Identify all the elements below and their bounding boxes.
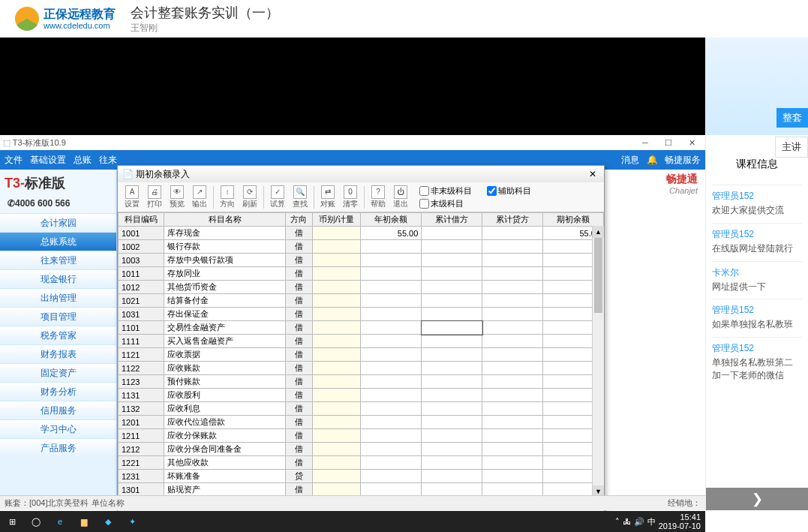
dialog-title: 期初余额录入 xyxy=(136,169,190,179)
sidebar-item-1[interactable]: 总账系统 xyxy=(0,232,116,251)
toolbar-输出[interactable]: ↗输出 xyxy=(188,185,211,209)
col-header[interactable]: 币别/计量 xyxy=(312,213,361,227)
table-row[interactable]: 1132应收利息借 xyxy=(119,402,604,416)
balance-grid[interactable]: 科目编码科目名称方向币别/计量年初余额累计借方累计贷方期初余额 1001库存现金… xyxy=(118,212,604,497)
table-row[interactable]: 1123预付账款借 xyxy=(119,375,604,389)
site-logo[interactable]: 正保远程教育 www.cdeledu.com xyxy=(15,7,116,31)
menu-service[interactable]: 畅捷服务 xyxy=(665,155,701,165)
taskbar-clock[interactable]: 15:41 2019-07-10 xyxy=(659,512,701,530)
taskbar-search-icon[interactable]: ◯ xyxy=(24,511,48,532)
app-icon: ⬚ xyxy=(3,138,11,147)
toolbar-方向[interactable]: ↕方向 xyxy=(216,185,239,209)
menu-1[interactable]: 基础设置 xyxy=(30,155,66,165)
windows-taskbar[interactable]: ⊞ ◯ e ▆ ◆ ✦ ˄ 🖧 🔊 中 15:41 2019-07-10 xyxy=(0,511,705,532)
sidebar-item-3[interactable]: 现金银行 xyxy=(0,269,116,288)
close-button[interactable]: ✕ xyxy=(681,138,702,148)
tray-up-icon[interactable]: ˄ xyxy=(615,517,620,527)
sidebar-item-7[interactable]: 财务报表 xyxy=(0,344,116,363)
menu-message[interactable]: 消息 xyxy=(621,155,639,165)
sidebar-item-8[interactable]: 固定资产 xyxy=(0,363,116,382)
sidebar-item-5[interactable]: 项目管理 xyxy=(0,307,116,326)
minimize-button[interactable]: ─ xyxy=(635,138,656,147)
table-row[interactable]: 1001库存现金借55.0055.00 xyxy=(119,227,604,240)
check-aux[interactable]: 辅助科目 xyxy=(487,185,531,197)
chat-user: 卡米尔 xyxy=(712,266,802,279)
toolbar-打印[interactable]: 🖨打印 xyxy=(143,185,166,209)
sidebar-logo: T3-标准版 xyxy=(0,170,116,197)
sidebar-item-4[interactable]: 出纳管理 xyxy=(0,288,116,307)
tool-icon[interactable]: ✦ xyxy=(120,511,144,532)
table-row[interactable]: 1201应收代位追偿款借 xyxy=(119,416,604,429)
toolbar-刷新[interactable]: ⟳刷新 xyxy=(239,185,261,209)
dialog-titlebar[interactable]: 📄 期初余额录入 ✕ xyxy=(118,166,604,182)
table-row[interactable]: 1231坏账准备贷 xyxy=(119,470,604,483)
check-nonleaf[interactable]: 非末级科目 xyxy=(419,185,472,197)
balance-dialog: 📄 期初余额录入 ✕ A设置🖨打印👁预览↗输出↕方向⟳刷新✓试算🔍查找⇄对账0清… xyxy=(117,165,605,524)
toolbar-对账[interactable]: ⇄对账 xyxy=(317,185,339,209)
table-row[interactable]: 1131应收股利借 xyxy=(119,389,604,402)
toolbar-设置[interactable]: A设置 xyxy=(121,185,143,209)
table-row[interactable]: 1301贴现资产借 xyxy=(119,483,604,497)
table-row[interactable]: 1111买入返售金融资产借 xyxy=(119,335,604,348)
col-header[interactable]: 期初余额 xyxy=(543,213,604,227)
sidebar-item-10[interactable]: 信用服务 xyxy=(0,401,116,419)
toolbar-帮助[interactable]: ?帮助 xyxy=(367,185,389,209)
table-row[interactable]: 1011存放同业借 xyxy=(119,267,604,281)
site-header: 正保远程教育 www.cdeledu.com 会计整套账务实训（一） 王智刚 xyxy=(0,0,808,38)
menu-3[interactable]: 往来 xyxy=(99,155,117,165)
right-tab-2[interactable]: 主讲 xyxy=(775,137,808,158)
col-header[interactable]: 科目编码 xyxy=(119,213,164,227)
table-row[interactable]: 1012其他货币资金借 xyxy=(119,281,604,294)
app-taskbar-icon[interactable]: ◆ xyxy=(96,511,120,532)
chat-user: 管理员152 xyxy=(712,342,802,355)
dialog-close-button[interactable]: ✕ xyxy=(586,169,599,179)
sidebar-item-12[interactable]: 产品服务 xyxy=(0,438,116,457)
chat-list[interactable]: 管理员152欢迎大家提供交流管理员152在线版网址登陆就行卡米尔网址提供一下管理… xyxy=(706,179,808,488)
table-row[interactable]: 1002银行存款借 xyxy=(119,240,604,254)
chat-item: 管理员152如果单独报名私教班 xyxy=(712,299,802,331)
sidebar-item-6[interactable]: 税务管家 xyxy=(0,326,116,344)
table-row[interactable]: 1221其他应收款借 xyxy=(119,456,604,470)
table-row[interactable]: 1212应收分保合同准备金借 xyxy=(119,443,604,456)
chat-user: 管理员152 xyxy=(712,228,802,241)
explorer-icon[interactable]: ▆ xyxy=(72,511,96,532)
table-row[interactable]: 1122应收账款借 xyxy=(119,362,604,375)
maximize-button[interactable]: ☐ xyxy=(658,138,679,148)
menu-2[interactable]: 总账 xyxy=(74,155,92,165)
col-header[interactable]: 累计贷方 xyxy=(482,213,543,227)
sidebar-item-9[interactable]: 财务分析 xyxy=(0,382,116,401)
edge-icon[interactable]: e xyxy=(48,511,72,532)
tray-network-icon[interactable]: 🖧 xyxy=(623,517,631,526)
chat-user: 管理员152 xyxy=(712,190,802,203)
toolbar-试算[interactable]: ✓试算 xyxy=(266,185,289,209)
next-arrow-button[interactable]: ❯ xyxy=(706,488,808,510)
check-leaf[interactable]: 末级科目 xyxy=(419,198,531,209)
sidebar-item-0[interactable]: 会计家园 xyxy=(0,213,116,232)
table-row[interactable]: 1101交易性金融资产借 xyxy=(119,321,604,335)
app-sidebar: T3-标准版 ✆ 4006 600 566 会计家园总账系统往来管理现金银行出纳… xyxy=(0,170,117,510)
tray-ime-icon[interactable]: 中 xyxy=(647,516,656,527)
scroll-up-button[interactable]: ▲ xyxy=(593,226,604,238)
col-header[interactable]: 累计借方 xyxy=(422,213,482,227)
start-button[interactable]: ⊞ xyxy=(0,511,24,532)
tray-volume-icon[interactable]: 🔊 xyxy=(634,517,644,527)
sidebar-item-11[interactable]: 学习中心 xyxy=(0,419,116,438)
toolbar-查找[interactable]: 🔍查找 xyxy=(289,185,311,209)
table-row[interactable]: 1003存放中央银行款项借 xyxy=(119,254,604,267)
col-header[interactable]: 年初余额 xyxy=(361,213,422,227)
table-row[interactable]: 1211应收分保账款借 xyxy=(119,429,604,443)
toolbar-预览[interactable]: 👁预览 xyxy=(166,185,188,209)
toolbar-退出[interactable]: ⏻退出 xyxy=(389,185,412,209)
col-header[interactable]: 科目名称 xyxy=(164,213,286,227)
right-tab-1[interactable]: 整套 xyxy=(776,108,808,128)
table-row[interactable]: 1021结算备付金借 xyxy=(119,294,604,308)
sidebar-item-2[interactable]: 往来管理 xyxy=(0,251,116,269)
app-titlebar[interactable]: ⬚ T3-标准版10.9 ─ ☐ ✕ xyxy=(0,135,705,150)
vertical-scrollbar[interactable]: ▲ ▼ xyxy=(592,226,604,497)
toolbar-清零[interactable]: 0清零 xyxy=(339,185,362,209)
table-row[interactable]: 1031存出保证金借 xyxy=(119,308,604,321)
table-row[interactable]: 1121应收票据借 xyxy=(119,348,604,362)
scroll-thumb[interactable] xyxy=(594,238,602,313)
col-header[interactable]: 方向 xyxy=(285,213,312,227)
menu-0[interactable]: 文件 xyxy=(5,155,23,165)
